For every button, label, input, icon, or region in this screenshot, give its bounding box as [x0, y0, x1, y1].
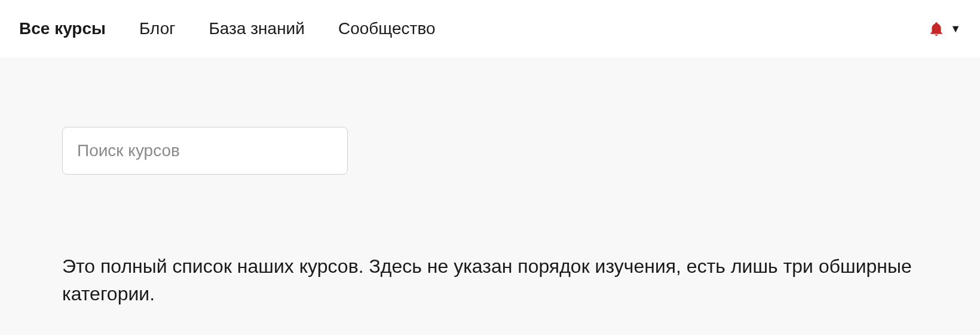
header: Все курсы Блог База знаний Сообщество ▼	[0, 0, 980, 57]
main-content: Это полный список наших курсов. Здесь не…	[0, 57, 980, 335]
main-nav: Все курсы Блог База знаний Сообщество	[19, 19, 436, 38]
nav-item-knowledge-base[interactable]: База знаний	[209, 19, 304, 38]
page-description: Это полный список наших курсов. Здесь не…	[62, 252, 923, 308]
bell-icon	[929, 20, 944, 37]
nav-item-all-courses[interactable]: Все курсы	[19, 19, 106, 38]
chevron-down-icon: ▼	[950, 23, 961, 34]
search-input[interactable]	[62, 127, 348, 175]
nav-item-blog[interactable]: Блог	[139, 19, 176, 38]
nav-item-community[interactable]: Сообщество	[338, 19, 436, 38]
notifications-menu[interactable]: ▼	[929, 20, 961, 37]
